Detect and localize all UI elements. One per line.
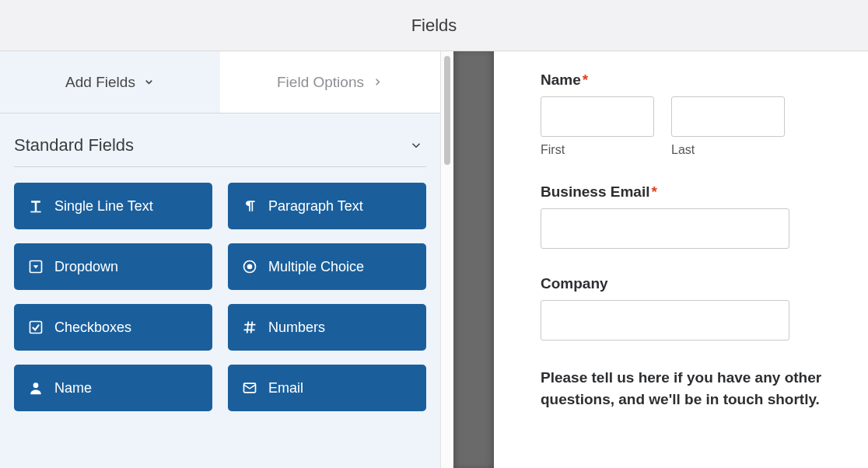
scrollbar-thumb[interactable] (444, 56, 450, 165)
required-mark: * (651, 183, 656, 200)
name-inputs: First Last (541, 96, 837, 157)
required-mark: * (583, 72, 588, 88)
chevron-right-icon (372, 76, 383, 88)
dropdown-icon (28, 259, 44, 274)
field-label: Company (541, 275, 837, 292)
main-area: Add Fields Field Options Standard Fields… (0, 51, 868, 468)
field-label: Email (268, 380, 303, 396)
page-header: Fields (0, 0, 868, 51)
svg-point-6 (33, 382, 39, 388)
tab-label: Field Options (277, 74, 364, 91)
sub-label: Last (671, 143, 785, 157)
form-preview: Name* First Last Business Email* Co (494, 51, 868, 468)
preview-field-email: Business Email* (541, 183, 837, 249)
field-single-line-text[interactable]: Single Line Text (14, 183, 212, 229)
field-label: Name (54, 380, 92, 396)
section-header[interactable]: Standard Fields (0, 114, 440, 166)
text-cursor-icon (28, 198, 44, 214)
svg-point-4 (247, 264, 253, 270)
field-email[interactable]: Email (228, 365, 426, 411)
field-label: Numbers (268, 320, 325, 336)
field-dropdown[interactable]: Dropdown (14, 243, 212, 290)
panel-tabs: Add Fields Field Options (0, 51, 440, 114)
label-text: Business Email (541, 183, 649, 200)
field-label: Paragraph Text (268, 198, 363, 215)
field-label: Business Email* (541, 183, 837, 201)
field-multiple-choice[interactable]: Multiple Choice (228, 243, 426, 290)
user-icon (28, 380, 44, 396)
fields-panel: Add Fields Field Options Standard Fields… (0, 51, 441, 468)
last-name-input[interactable] (671, 96, 785, 137)
page-title: Fields (411, 16, 457, 36)
paragraph-icon (242, 198, 257, 214)
tab-add-fields[interactable]: Add Fields (0, 51, 220, 113)
svg-rect-5 (30, 322, 42, 334)
envelope-icon (242, 380, 257, 396)
first-name-input[interactable] (541, 96, 654, 137)
hash-icon (242, 320, 257, 335)
field-label: Name* (541, 72, 837, 89)
company-input[interactable] (541, 300, 789, 341)
tab-label: Add Fields (65, 74, 135, 91)
email-input[interactable] (541, 208, 789, 249)
section-title: Standard Fields (14, 135, 134, 155)
svg-rect-0 (30, 211, 40, 213)
last-name-group: Last (671, 96, 785, 157)
tab-field-options[interactable]: Field Options (220, 51, 440, 113)
chevron-down-icon (143, 76, 155, 88)
field-label: Multiple Choice (268, 259, 364, 275)
preview-field-name: Name* First Last (541, 72, 837, 157)
checkbox-icon (28, 320, 44, 335)
field-label: Single Line Text (54, 198, 153, 215)
sub-label: First (541, 143, 654, 157)
field-numbers[interactable]: Numbers (228, 304, 426, 351)
label-text: Company (541, 275, 608, 292)
field-checkboxes[interactable]: Checkboxes (14, 304, 212, 351)
divider (14, 166, 426, 167)
divider-shadow (453, 51, 494, 468)
field-label: Checkboxes (54, 320, 131, 336)
radio-icon (242, 259, 257, 274)
chevron-down-icon (409, 138, 423, 152)
first-name-group: First (541, 96, 654, 157)
preview-field-company: Company (541, 275, 837, 341)
field-label: Dropdown (54, 259, 118, 275)
field-name[interactable]: Name (14, 365, 212, 411)
label-text: Name (541, 72, 581, 88)
field-paragraph-text[interactable]: Paragraph Text (228, 183, 426, 229)
scrollbar-track[interactable] (441, 51, 453, 468)
preview-prompt-text: Please tell us here if you have any othe… (541, 367, 837, 410)
svg-marker-2 (33, 265, 39, 268)
field-grid: Single Line Text Paragraph Text Dropdown… (0, 183, 440, 421)
panel-divider (441, 51, 494, 468)
